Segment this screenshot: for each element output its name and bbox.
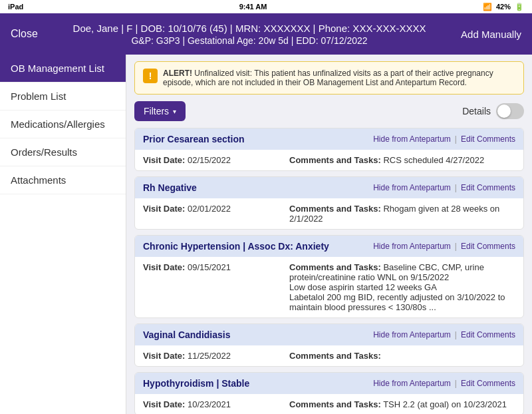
hide-from-antepartum-link[interactable]: Hide from Antepartum <box>373 330 451 339</box>
condition-header: Vaginal CandidiasisHide from Antepartum|… <box>135 324 523 345</box>
header: Close Doe, Jane | F | DOB: 10/10/76 (45)… <box>0 13 532 55</box>
separator: | <box>455 379 457 388</box>
sidebar-item-medications[interactable]: Medications/Allergies <box>0 110 126 138</box>
visit-date: Visit Date: 11/25/2022 <box>143 351 276 361</box>
filter-button[interactable]: Filters ▾ <box>134 101 186 121</box>
condition-actions: Hide from Antepartum|Edit Comments <box>373 379 515 388</box>
condition-section: Hypothyroidism | StableHide from Antepar… <box>134 372 524 414</box>
condition-header: Chronic Hypertension | Assoc Dx: Anxiety… <box>135 236 523 257</box>
condition-actions: Hide from Antepartum|Edit Comments <box>373 183 515 192</box>
condition-header: Rh NegativeHide from Antepartum|Edit Com… <box>135 177 523 198</box>
condition-section: Vaginal CandidiasisHide from Antepartum|… <box>134 323 524 367</box>
condition-body: Visit Date: 02/01/2022Comments and Tasks… <box>135 198 523 229</box>
comments-tasks: Comments and Tasks: <box>289 351 515 361</box>
condition-section: Prior Cesarean sectionHide from Antepart… <box>134 128 524 171</box>
bluetooth-icon: 📶 <box>483 3 492 11</box>
condition-header: Hypothyroidism | StableHide from Antepar… <box>135 373 523 394</box>
condition-section: Rh NegativeHide from Antepartum|Edit Com… <box>134 176 524 230</box>
separator: | <box>455 183 457 192</box>
comments-tasks: Comments and Tasks: Rhogam given at 28 w… <box>289 204 515 224</box>
alert-icon: ! <box>143 69 158 83</box>
patient-details-line: G&P: G3P3 | Gestational Age: 20w 5d | ED… <box>38 35 461 46</box>
sidebar: OB Management List Problem List Medicati… <box>0 55 126 414</box>
visit-date: Visit Date: 02/15/2022 <box>143 155 276 165</box>
hide-from-antepartum-link[interactable]: Hide from Antepartum <box>373 379 451 388</box>
chevron-down-icon: ▾ <box>173 108 176 115</box>
condition-actions: Hide from Antepartum|Edit Comments <box>373 242 515 251</box>
condition-actions: Hide from Antepartum|Edit Comments <box>373 134 515 144</box>
hide-from-antepartum-link[interactable]: Hide from Antepartum <box>373 134 451 144</box>
visit-date: Visit Date: 10/23/2021 <box>143 399 276 409</box>
comments-tasks: Comments and Tasks: RCS scheduled 4/27/2… <box>289 155 515 165</box>
status-time: 9:41 AM <box>239 3 267 11</box>
patient-name-line: Doe, Jane | F | DOB: 10/10/76 (45) | MRN… <box>38 23 461 34</box>
add-manually-button[interactable]: Add Manually <box>461 29 521 40</box>
edit-comments-link[interactable]: Edit Comments <box>461 134 515 144</box>
comments-tasks: Comments and Tasks: TSH 2.2 (at goal) on… <box>289 399 515 409</box>
visit-date: Visit Date: 09/15/2021 <box>143 262 276 312</box>
condition-header: Prior Cesarean sectionHide from Antepart… <box>135 128 523 150</box>
sidebar-item-orders[interactable]: Orders/Results <box>0 138 126 166</box>
condition-section: Chronic Hypertension | Assoc Dx: Anxiety… <box>134 235 524 318</box>
comments-tasks: Comments and Tasks: Baseline CBC, CMP, u… <box>289 262 515 312</box>
main-layout: OB Management List Problem List Medicati… <box>0 55 532 414</box>
ipad-label: iPad <box>8 3 23 11</box>
condition-title: Hypothyroidism | Stable <box>143 378 249 389</box>
content-area: ! ALERT! Unfinalized visit: This patient… <box>126 55 532 414</box>
condition-body: Visit Date: 09/15/2021Comments and Tasks… <box>135 257 523 317</box>
edit-comments-link[interactable]: Edit Comments <box>461 242 515 251</box>
separator: | <box>455 330 457 339</box>
toolbar: Filters ▾ Details <box>134 101 524 121</box>
sidebar-item-attachments[interactable]: Attachments <box>0 166 126 194</box>
edit-comments-link[interactable]: Edit Comments <box>461 330 515 339</box>
alert-text: ALERT! Unfinalized visit: This patient h… <box>163 69 515 87</box>
status-bar: iPad 9:41 AM 📶 42% 🔋 <box>0 0 532 13</box>
details-toggle-switch[interactable] <box>496 103 524 119</box>
sidebar-item-ob-management[interactable]: OB Management List <box>0 55 126 83</box>
condition-title: Prior Cesarean section <box>143 134 245 144</box>
details-toggle: Details <box>462 103 524 119</box>
condition-body: Visit Date: 10/23/2021Comments and Tasks… <box>135 394 523 414</box>
edit-comments-link[interactable]: Edit Comments <box>461 379 515 388</box>
condition-title: Chronic Hypertension | Assoc Dx: Anxiety <box>143 241 329 252</box>
condition-body: Visit Date: 11/25/2022Comments and Tasks… <box>135 345 523 366</box>
condition-actions: Hide from Antepartum|Edit Comments <box>373 330 515 339</box>
visit-date: Visit Date: 02/01/2022 <box>143 204 276 224</box>
patient-info: Doe, Jane | F | DOB: 10/10/76 (45) | MRN… <box>38 23 461 46</box>
details-label: Details <box>462 106 491 116</box>
hide-from-antepartum-link[interactable]: Hide from Antepartum <box>373 242 451 251</box>
condition-title: Vaginal Candidiasis <box>143 329 231 340</box>
sidebar-item-problem-list[interactable]: Problem List <box>0 83 126 110</box>
battery-icon: 🔋 <box>515 3 524 11</box>
separator: | <box>455 242 457 251</box>
hide-from-antepartum-link[interactable]: Hide from Antepartum <box>373 183 451 192</box>
edit-comments-link[interactable]: Edit Comments <box>461 183 515 192</box>
alert-box: ! ALERT! Unfinalized visit: This patient… <box>134 61 524 95</box>
alert-bold: ALERT! <box>163 69 192 78</box>
close-button[interactable]: Close <box>11 28 38 40</box>
conditions-list: Prior Cesarean sectionHide from Antepart… <box>134 128 524 414</box>
condition-body: Visit Date: 02/15/2022Comments and Tasks… <box>135 150 523 170</box>
separator: | <box>455 134 457 144</box>
alert-body: Unfinalized visit: This patient has unfi… <box>163 69 493 87</box>
battery-label: 42% <box>496 3 511 11</box>
condition-title: Rh Negative <box>143 182 197 193</box>
